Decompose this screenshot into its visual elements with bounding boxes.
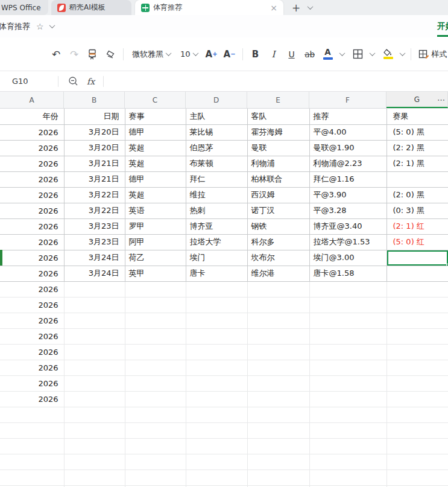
cell-C14[interactable] — [125, 313, 186, 328]
cell-F13[interactable] — [309, 297, 386, 313]
cell-E5[interactable]: 柏林联合 — [247, 171, 309, 187]
cell-E18[interactable] — [247, 375, 309, 391]
cell-D23[interactable] — [186, 454, 247, 469]
cell-G19[interactable] — [386, 391, 448, 407]
cell-E1[interactable]: 客队 — [247, 109, 309, 124]
column-header-E[interactable]: E — [247, 92, 309, 108]
cell-D17[interactable] — [186, 360, 247, 375]
tab-docer-templates[interactable]: 稻壳AI模板 — [51, 0, 131, 15]
cell-E16[interactable] — [247, 344, 309, 360]
cell-A11[interactable]: 2026 — [0, 266, 64, 281]
cell-G2[interactable]: (5: 0) 黑 — [386, 124, 448, 140]
cell-F4[interactable]: 利物浦@2.23 — [309, 156, 386, 171]
cell-B14[interactable] — [64, 313, 125, 328]
cell-F1[interactable]: 推荐 — [309, 109, 386, 124]
cell-B23[interactable] — [64, 454, 125, 469]
tab-list-chevron-icon[interactable] — [308, 4, 314, 10]
cell-F3[interactable]: 曼联@1.90 — [309, 140, 386, 156]
cell-D24[interactable] — [186, 469, 247, 485]
cell-C13[interactable] — [125, 297, 186, 313]
cell-style-icon[interactable] — [417, 45, 431, 63]
column-header-B[interactable]: B — [64, 92, 125, 108]
cell-D3[interactable]: 伯恩茅 — [186, 140, 247, 156]
font-color-button[interactable]: A — [319, 45, 337, 63]
cell-G11[interactable] — [386, 266, 448, 281]
cell-E10[interactable]: 坎布尔 — [247, 250, 309, 266]
cell-D13[interactable] — [186, 297, 247, 313]
cell-C18[interactable] — [125, 375, 186, 391]
cell-F18[interactable] — [309, 375, 386, 391]
font-color-chevron-icon[interactable] — [339, 50, 345, 56]
cell-A20[interactable] — [0, 407, 64, 422]
eraser-icon[interactable] — [101, 45, 119, 63]
cell-C21[interactable] — [125, 422, 186, 438]
cell-A19[interactable]: 2026 — [0, 391, 64, 407]
cell-A2[interactable]: 2026 — [0, 124, 64, 140]
cell-G12[interactable] — [386, 281, 448, 297]
cell-E3[interactable]: 曼联 — [247, 140, 309, 156]
font-name-select[interactable]: 微软雅黑 — [127, 49, 175, 60]
cell-C15[interactable] — [125, 328, 186, 344]
cell-B11[interactable]: 3月24日 — [64, 266, 125, 281]
underline-button[interactable]: U — [283, 45, 301, 63]
cell-G7[interactable]: (0: 3) 黑 — [386, 203, 448, 218]
cell-D5[interactable]: 拜仁 — [186, 171, 247, 187]
cell-F17[interactable] — [309, 360, 386, 375]
cell-D16[interactable] — [186, 344, 247, 360]
cell-E4[interactable]: 利物浦 — [247, 156, 309, 171]
cell-A12[interactable]: 2026 — [0, 281, 64, 297]
cell-B24[interactable] — [64, 469, 125, 485]
cell-D7[interactable]: 热刺 — [186, 203, 247, 218]
cell-name-box[interactable]: G10 — [0, 77, 58, 86]
formula-input[interactable] — [104, 71, 448, 91]
cell-G17[interactable] — [386, 360, 448, 375]
cell-G10[interactable] — [386, 250, 448, 266]
column-header-F[interactable]: F — [309, 92, 386, 108]
cell-A23[interactable] — [0, 454, 64, 469]
cell-A1[interactable]: 年份 — [0, 109, 64, 124]
cell-D12[interactable] — [186, 281, 247, 297]
cell-B5[interactable]: 3月21日 — [64, 171, 125, 187]
strikethrough-button[interactable]: ab — [301, 45, 319, 63]
cell-C7[interactable]: 英语 — [125, 203, 186, 218]
cell-A9[interactable]: 2026 — [0, 234, 64, 250]
tab-sports-sheet-active[interactable]: 体育推荐 × — [135, 0, 283, 15]
more-options-icon[interactable]: ⋯ — [437, 95, 446, 104]
cell-F15[interactable] — [309, 328, 386, 344]
cell-A14[interactable]: 2026 — [0, 313, 64, 328]
cell-F9[interactable]: 拉塔大学@1.53 — [309, 234, 386, 250]
cell-B19[interactable] — [64, 391, 125, 407]
cell-C17[interactable] — [125, 360, 186, 375]
cell-B9[interactable]: 3月23日 — [64, 234, 125, 250]
cell-C6[interactable]: 英超 — [125, 187, 186, 203]
undo-icon[interactable]: ↶ — [47, 45, 65, 63]
cell-C5[interactable]: 德甲 — [125, 171, 186, 187]
cell-D1[interactable]: 主队 — [186, 109, 247, 124]
cell-F5[interactable]: 拜仁@1.16 — [309, 171, 386, 187]
cell-A16[interactable]: 2026 — [0, 344, 64, 360]
column-header-A[interactable]: A — [0, 92, 64, 108]
cell-B8[interactable]: 3月23日 — [64, 218, 125, 234]
cell-F20[interactable] — [309, 407, 386, 422]
cell-G22[interactable] — [386, 438, 448, 454]
bold-button[interactable]: B — [247, 45, 265, 63]
cell-D11[interactable]: 唐卡 — [186, 266, 247, 281]
cell-A18[interactable]: 2026 — [0, 375, 64, 391]
cell-E14[interactable] — [247, 313, 309, 328]
cell-G3[interactable]: (2: 2) 黑 — [386, 140, 448, 156]
tab-wps-office[interactable]: WPS Office — [0, 0, 48, 15]
fill-color-chevron-icon[interactable] — [399, 50, 405, 56]
increase-font-button[interactable]: A+ — [203, 45, 221, 63]
cell-F22[interactable] — [309, 438, 386, 454]
borders-chevron-icon[interactable] — [369, 50, 375, 56]
cell-E2[interactable]: 霍芬海姆 — [247, 124, 309, 140]
cell-G13[interactable] — [386, 297, 448, 313]
cell-F11[interactable]: 唐卡@1.58 — [309, 266, 386, 281]
cell-F12[interactable] — [309, 281, 386, 297]
cell-G15[interactable] — [386, 328, 448, 344]
cell-F2[interactable]: 平@4.00 — [309, 124, 386, 140]
cell-B21[interactable] — [64, 422, 125, 438]
cell-E12[interactable] — [247, 281, 309, 297]
cell-D18[interactable] — [186, 375, 247, 391]
cell-G21[interactable] — [386, 422, 448, 438]
